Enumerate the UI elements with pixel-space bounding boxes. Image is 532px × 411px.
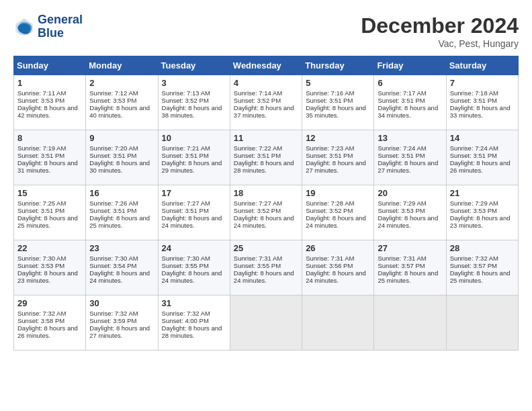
day-number: 12: [306, 133, 370, 143]
day-number: 6: [378, 78, 442, 88]
daylight-text: Daylight: 8 hours and 24 minutes.: [89, 269, 154, 284]
calendar-cell-2: 2Sunrise: 7:12 AMSunset: 3:53 PMDaylight…: [86, 75, 158, 130]
calendar-table: SundayMondayTuesdayWednesdayThursdayFrid…: [13, 56, 519, 351]
title-block: December 2024 Vac, Pest, Hungary: [361, 13, 519, 49]
daylight-text: Daylight: 8 hours and 24 minutes.: [306, 214, 370, 229]
col-header-monday: Monday: [86, 56, 158, 75]
sunset-text: Sunset: 3:52 PM: [234, 97, 298, 104]
daylight-text: Daylight: 8 hours and 24 minutes.: [378, 214, 442, 229]
calendar-cell-10: 10Sunrise: 7:21 AMSunset: 3:51 PMDayligh…: [158, 130, 230, 185]
daylight-text: Daylight: 8 hours and 26 minutes.: [17, 324, 82, 339]
day-number: 21: [450, 188, 515, 198]
sunrise-text: Sunrise: 7:24 AM: [450, 144, 515, 152]
sunrise-text: Sunrise: 7:21 AM: [162, 144, 226, 152]
sunrise-text: Sunrise: 7:19 AM: [17, 144, 82, 152]
day-number: 22: [17, 243, 82, 253]
daylight-text: Daylight: 8 hours and 29 minutes.: [162, 159, 226, 174]
sunset-text: Sunset: 3:51 PM: [17, 207, 82, 214]
calendar-cell-empty-4-5: [374, 295, 446, 351]
day-number: 20: [378, 188, 442, 198]
day-number: 16: [89, 188, 154, 198]
calendar-cell-22: 22Sunrise: 7:30 AMSunset: 3:53 PMDayligh…: [14, 240, 86, 295]
month-title: December 2024: [361, 13, 519, 38]
calendar-cell-19: 19Sunrise: 7:28 AMSunset: 3:52 PMDayligh…: [302, 185, 374, 240]
day-number: 1: [17, 78, 82, 88]
logo-text: General Blue: [38, 13, 83, 40]
sunrise-text: Sunrise: 7:27 AM: [234, 199, 298, 207]
daylight-text: Daylight: 8 hours and 24 minutes.: [234, 214, 298, 229]
sunset-text: Sunset: 3:52 PM: [306, 207, 370, 214]
sunrise-text: Sunrise: 7:12 AM: [89, 89, 154, 97]
col-header-friday: Friday: [374, 56, 446, 75]
sunrise-text: Sunrise: 7:32 AM: [17, 310, 82, 317]
calendar-cell-7: 7Sunrise: 7:18 AMSunset: 3:51 PMDaylight…: [446, 75, 518, 130]
sunrise-text: Sunrise: 7:16 AM: [306, 89, 370, 97]
day-number: 8: [17, 133, 82, 143]
sunset-text: Sunset: 3:51 PM: [306, 152, 370, 159]
sunset-text: Sunset: 3:51 PM: [89, 152, 154, 159]
sunset-text: Sunset: 3:54 PM: [89, 262, 154, 269]
sunset-text: Sunset: 3:51 PM: [89, 207, 154, 214]
calendar-cell-20: 20Sunrise: 7:29 AMSunset: 3:53 PMDayligh…: [374, 185, 446, 240]
calendar-cell-17: 17Sunrise: 7:27 AMSunset: 3:51 PMDayligh…: [158, 185, 230, 240]
location: Vac, Pest, Hungary: [361, 38, 519, 49]
sunset-text: Sunset: 3:51 PM: [378, 152, 442, 159]
calendar-cell-18: 18Sunrise: 7:27 AMSunset: 3:52 PMDayligh…: [230, 185, 302, 240]
sunset-text: Sunset: 3:51 PM: [17, 152, 82, 159]
sunset-text: Sunset: 3:53 PM: [378, 207, 442, 214]
calendar-cell-26: 26Sunrise: 7:31 AMSunset: 3:56 PMDayligh…: [302, 240, 374, 295]
sunset-text: Sunset: 3:53 PM: [89, 97, 154, 104]
calendar-cell-31: 31Sunrise: 7:32 AMSunset: 4:00 PMDayligh…: [158, 295, 230, 351]
sunset-text: Sunset: 3:57 PM: [450, 262, 515, 269]
sunrise-text: Sunrise: 7:30 AM: [17, 255, 82, 262]
sunrise-text: Sunrise: 7:28 AM: [306, 199, 370, 207]
logo-line1: General: [38, 13, 83, 27]
sunrise-text: Sunrise: 7:20 AM: [89, 144, 154, 152]
col-header-saturday: Saturday: [446, 56, 518, 75]
sunrise-text: Sunrise: 7:26 AM: [89, 199, 154, 207]
daylight-text: Daylight: 8 hours and 40 minutes.: [89, 104, 154, 119]
sunset-text: Sunset: 3:51 PM: [450, 152, 515, 159]
calendar-row-5: 29Sunrise: 7:32 AMSunset: 3:58 PMDayligh…: [14, 295, 519, 351]
sunset-text: Sunset: 3:55 PM: [234, 262, 298, 269]
sunset-text: Sunset: 3:59 PM: [89, 317, 154, 324]
sunset-text: Sunset: 3:51 PM: [162, 207, 226, 214]
sunrise-text: Sunrise: 7:31 AM: [306, 255, 370, 262]
sunrise-text: Sunrise: 7:31 AM: [234, 255, 298, 262]
calendar-cell-28: 28Sunrise: 7:32 AMSunset: 3:57 PMDayligh…: [446, 240, 518, 295]
calendar-cell-13: 13Sunrise: 7:24 AMSunset: 3:51 PMDayligh…: [374, 130, 446, 185]
sunrise-text: Sunrise: 7:17 AM: [378, 89, 442, 97]
day-number: 15: [17, 188, 82, 198]
sunrise-text: Sunrise: 7:14 AM: [234, 89, 298, 97]
day-number: 26: [306, 243, 370, 253]
daylight-text: Daylight: 8 hours and 37 minutes.: [234, 104, 298, 119]
day-number: 4: [234, 78, 298, 88]
calendar-cell-9: 9Sunrise: 7:20 AMSunset: 3:51 PMDaylight…: [86, 130, 158, 185]
daylight-text: Daylight: 8 hours and 38 minutes.: [162, 104, 226, 119]
daylight-text: Daylight: 8 hours and 24 minutes.: [306, 269, 370, 284]
calendar-cell-25: 25Sunrise: 7:31 AMSunset: 3:55 PMDayligh…: [230, 240, 302, 295]
day-number: 18: [234, 188, 298, 198]
sunrise-text: Sunrise: 7:23 AM: [306, 144, 370, 152]
daylight-text: Daylight: 8 hours and 23 minutes.: [17, 269, 82, 284]
calendar-cell-5: 5Sunrise: 7:16 AMSunset: 3:51 PMDaylight…: [302, 75, 374, 130]
col-header-tuesday: Tuesday: [158, 56, 230, 75]
sunrise-text: Sunrise: 7:13 AM: [162, 89, 226, 97]
sunset-text: Sunset: 3:57 PM: [378, 262, 442, 269]
daylight-text: Daylight: 8 hours and 28 minutes.: [162, 324, 226, 339]
col-header-sunday: Sunday: [14, 56, 86, 75]
sunset-text: Sunset: 3:52 PM: [234, 207, 298, 214]
daylight-text: Daylight: 8 hours and 24 minutes.: [234, 269, 298, 284]
sunrise-text: Sunrise: 7:32 AM: [89, 310, 154, 317]
col-header-wednesday: Wednesday: [230, 56, 302, 75]
daylight-text: Daylight: 8 hours and 27 minutes.: [306, 159, 370, 174]
page-header: General Blue December 2024 Vac, Pest, Hu…: [13, 13, 519, 49]
day-number: 30: [89, 298, 154, 308]
sunrise-text: Sunrise: 7:32 AM: [450, 255, 515, 262]
calendar-cell-21: 21Sunrise: 7:29 AMSunset: 3:53 PMDayligh…: [446, 185, 518, 240]
sunrise-text: Sunrise: 7:24 AM: [378, 144, 442, 152]
calendar-row-3: 15Sunrise: 7:25 AMSunset: 3:51 PMDayligh…: [14, 185, 519, 240]
sunset-text: Sunset: 3:53 PM: [17, 97, 82, 104]
sunset-text: Sunset: 3:55 PM: [162, 262, 226, 269]
calendar-cell-12: 12Sunrise: 7:23 AMSunset: 3:51 PMDayligh…: [302, 130, 374, 185]
